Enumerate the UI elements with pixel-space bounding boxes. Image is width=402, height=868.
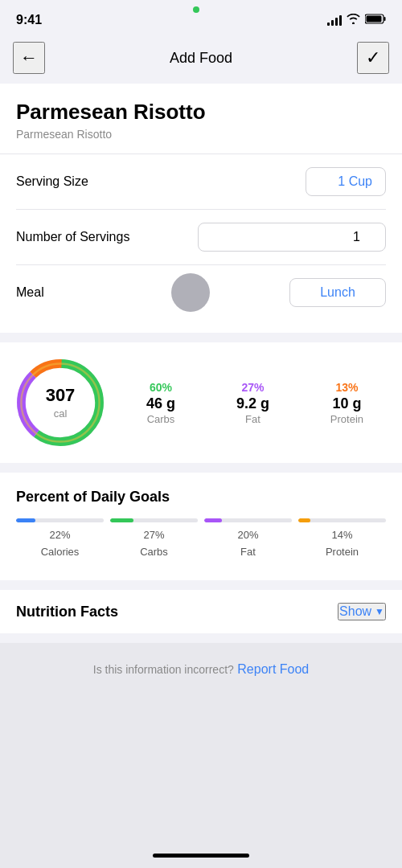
goal-calories bbox=[16, 518, 104, 522]
macro-items: 60% 46 g Carbs 27% 9.2 g Fat 13% 10 g Pr… bbox=[124, 381, 386, 425]
protein-amount: 10 g bbox=[330, 395, 363, 412]
macro-protein: 13% 10 g Protein bbox=[330, 381, 363, 425]
goal-protein-label: 14% Protein bbox=[298, 529, 386, 558]
nutrition-summary: 307 cal 60% 46 g Carbs 27% 9.2 g Fat 13%… bbox=[0, 342, 402, 463]
protein-goal-pct: 14% bbox=[298, 529, 386, 541]
goals-bars bbox=[16, 518, 386, 522]
nav-bar: ← Add Food ✓ bbox=[0, 35, 402, 84]
servings-input[interactable]: 1 bbox=[198, 223, 386, 252]
serving-size-row: Serving Size 1 Cup bbox=[16, 154, 386, 209]
wifi-icon bbox=[347, 14, 360, 27]
macro-fat: 27% 9.2 g Fat bbox=[236, 381, 269, 425]
battery-icon bbox=[365, 14, 386, 27]
serving-size-label: Serving Size bbox=[16, 174, 88, 189]
svg-rect-1 bbox=[384, 17, 386, 21]
nutrition-facts-section: Nutrition Facts Show ▼ bbox=[0, 590, 402, 633]
meal-row: Meal Lunch bbox=[16, 264, 386, 320]
servings-label: Number of Servings bbox=[16, 230, 129, 244]
meal-label: Meal bbox=[16, 285, 44, 300]
donut-center: 307 cal bbox=[46, 385, 76, 420]
protein-fill bbox=[298, 518, 310, 522]
report-food-link[interactable]: Report Food bbox=[237, 662, 309, 676]
meal-value[interactable]: Lunch bbox=[289, 278, 386, 307]
nutrition-facts-title: Nutrition Facts bbox=[16, 604, 118, 620]
fat-track bbox=[204, 518, 292, 522]
calories-fill bbox=[16, 518, 35, 522]
nutrition-row: 307 cal 60% 46 g Carbs 27% 9.2 g Fat 13%… bbox=[16, 358, 386, 447]
goal-carbs-label: 27% Carbs bbox=[110, 529, 198, 558]
carbs-track bbox=[110, 518, 198, 522]
goal-calories-label: 22% Calories bbox=[16, 529, 104, 558]
protein-pct: 13% bbox=[330, 381, 363, 394]
green-dot bbox=[193, 6, 199, 13]
goal-fat bbox=[204, 518, 292, 522]
fat-goal-pct: 20% bbox=[204, 529, 292, 541]
calories-name: Calories bbox=[16, 546, 104, 558]
home-bar bbox=[153, 854, 249, 858]
food-details-card: Parmesean Risotto Parmesean Risotto Serv… bbox=[0, 84, 402, 333]
carbs-amount: 46 g bbox=[146, 395, 175, 412]
page-title: Add Food bbox=[170, 50, 232, 67]
protein-goal-name: Protein bbox=[298, 546, 386, 558]
incorrect-text: Is this information incorrect? bbox=[93, 663, 234, 676]
goal-carbs bbox=[110, 518, 198, 522]
calorie-value: 307 bbox=[46, 385, 76, 406]
chevron-down-icon: ▼ bbox=[375, 606, 384, 617]
status-icons bbox=[327, 14, 386, 27]
goal-protein bbox=[298, 518, 386, 522]
carbs-label: Carbs bbox=[146, 413, 175, 425]
bottom-info: Is this information incorrect? Report Fo… bbox=[0, 643, 402, 841]
calorie-label: cal bbox=[54, 407, 68, 420]
goals-pct-labels: 22% Calories 27% Carbs 20% Fat 14% Prote… bbox=[16, 529, 386, 558]
show-nutrition-button[interactable]: Show ▼ bbox=[338, 603, 386, 620]
fat-pct: 27% bbox=[236, 381, 269, 394]
food-title: Parmesean Risotto bbox=[16, 100, 386, 125]
daily-goals-section: Percent of Daily Goals 22% Calories bbox=[0, 473, 402, 580]
carbs-pct: 60% bbox=[146, 381, 175, 394]
status-time: 9:41 bbox=[16, 13, 42, 27]
goal-fat-label: 20% Fat bbox=[204, 529, 292, 558]
status-bar: 9:41 bbox=[0, 0, 402, 35]
carbs-fill bbox=[110, 518, 133, 522]
protein-track bbox=[298, 518, 386, 522]
fat-label: Fat bbox=[236, 413, 269, 425]
calories-track bbox=[16, 518, 104, 522]
meal-circle-indicator bbox=[171, 273, 210, 312]
calories-pct: 22% bbox=[16, 529, 104, 541]
fat-goal-name: Fat bbox=[204, 546, 292, 558]
svg-rect-2 bbox=[367, 16, 382, 23]
servings-row: Number of Servings 1 bbox=[16, 209, 386, 264]
serving-size-value[interactable]: 1 Cup bbox=[306, 167, 386, 196]
signal-icon bbox=[327, 14, 342, 26]
protein-label: Protein bbox=[330, 413, 363, 425]
show-label: Show bbox=[339, 604, 371, 619]
macro-carbs: 60% 46 g Carbs bbox=[146, 381, 175, 425]
fat-amount: 9.2 g bbox=[236, 395, 269, 412]
home-indicator bbox=[0, 841, 402, 868]
daily-goals-title: Percent of Daily Goals bbox=[16, 489, 386, 506]
back-button[interactable]: ← bbox=[13, 42, 45, 74]
fat-fill bbox=[204, 518, 222, 522]
donut-chart: 307 cal bbox=[16, 358, 105, 447]
carbs-goal-name: Carbs bbox=[110, 546, 198, 558]
check-button[interactable]: ✓ bbox=[357, 42, 389, 74]
carbs-goal-pct: 27% bbox=[110, 529, 198, 541]
food-subtitle: Parmesean Risotto bbox=[16, 128, 386, 141]
